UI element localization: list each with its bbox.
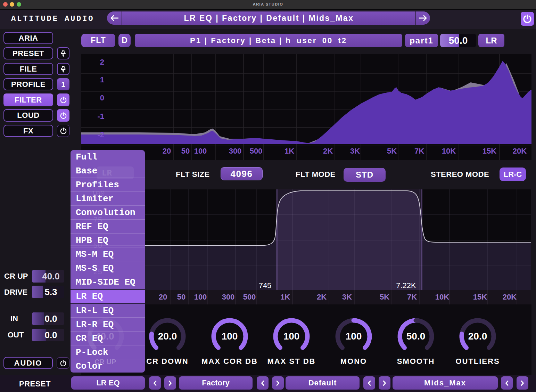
svg-text:OUTLIERS: OUTLIERS bbox=[455, 357, 500, 366]
svg-text:MAX ST DB: MAX ST DB bbox=[267, 357, 316, 366]
svg-text:7K: 7K bbox=[407, 293, 417, 301]
svg-text:-1: -1 bbox=[97, 112, 104, 121]
svg-text:2K: 2K bbox=[317, 293, 327, 301]
svg-text:1: 1 bbox=[100, 75, 104, 84]
svg-text:20: 20 bbox=[163, 147, 171, 155]
svg-text:20K: 20K bbox=[503, 293, 517, 301]
svg-text:50: 50 bbox=[181, 147, 190, 155]
svg-text:-2: -2 bbox=[97, 130, 104, 139]
svg-text:15K: 15K bbox=[483, 147, 496, 155]
svg-text:100: 100 bbox=[283, 331, 300, 342]
svg-text:1K: 1K bbox=[285, 147, 294, 155]
svg-text:300: 300 bbox=[222, 293, 235, 301]
svg-text:3K: 3K bbox=[350, 147, 360, 155]
svg-text:0: 0 bbox=[100, 93, 104, 102]
svg-text:100: 100 bbox=[194, 147, 207, 155]
svg-text:100: 100 bbox=[222, 331, 238, 342]
svg-text:5K: 5K bbox=[387, 147, 397, 155]
svg-text:1K: 1K bbox=[280, 293, 290, 301]
svg-text:20.0: 20.0 bbox=[158, 331, 177, 342]
svg-text:300: 300 bbox=[229, 147, 242, 155]
svg-text:50.0: 50.0 bbox=[406, 331, 426, 342]
svg-text:5K: 5K bbox=[380, 293, 389, 301]
svg-text:500: 500 bbox=[243, 293, 256, 301]
svg-text:20: 20 bbox=[159, 293, 167, 301]
svg-text:MAX COR DB: MAX COR DB bbox=[201, 357, 258, 366]
svg-text:2K: 2K bbox=[323, 147, 333, 155]
svg-text:10K: 10K bbox=[435, 293, 449, 301]
svg-text:745: 745 bbox=[259, 281, 272, 290]
svg-text:100: 100 bbox=[194, 293, 207, 301]
svg-text:500: 500 bbox=[250, 147, 263, 155]
svg-text:7K: 7K bbox=[414, 147, 424, 155]
svg-text:3K: 3K bbox=[342, 293, 352, 301]
svg-text:CR DOWN: CR DOWN bbox=[146, 357, 189, 366]
svg-text:100: 100 bbox=[346, 331, 362, 342]
svg-text:50: 50 bbox=[177, 293, 185, 301]
svg-text:15K: 15K bbox=[473, 293, 487, 301]
svg-text:2: 2 bbox=[100, 58, 104, 66]
svg-text:MONO: MONO bbox=[340, 357, 367, 366]
svg-text:7.22K: 7.22K bbox=[396, 281, 416, 290]
svg-text:SMOOTH: SMOOTH bbox=[397, 357, 435, 366]
svg-text:10K: 10K bbox=[442, 147, 456, 155]
svg-text:20K: 20K bbox=[513, 147, 527, 155]
svg-text:20.0: 20.0 bbox=[468, 331, 487, 342]
